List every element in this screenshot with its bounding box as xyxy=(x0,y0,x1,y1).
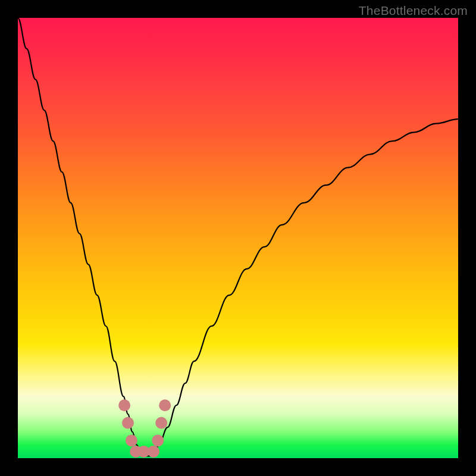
watermark-text: TheBottleneck.com xyxy=(359,4,468,18)
chart-frame: TheBottleneck.com xyxy=(0,0,476,476)
chart-svg xyxy=(18,18,458,458)
marker-dot xyxy=(155,417,167,429)
bottleneck-curve xyxy=(18,18,458,456)
marker-dot xyxy=(126,434,137,446)
near-equal-markers xyxy=(118,399,171,458)
marker-dot xyxy=(122,417,134,429)
marker-dot xyxy=(118,399,130,411)
marker-dot xyxy=(148,446,159,458)
marker-dot xyxy=(152,434,164,446)
marker-dot xyxy=(159,399,171,411)
